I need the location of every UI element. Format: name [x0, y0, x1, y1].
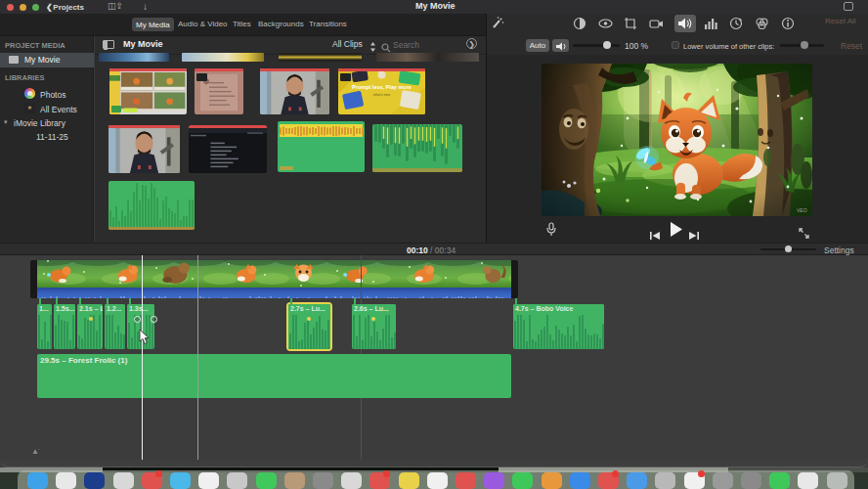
- svg-text:what's new: what's new: [373, 93, 391, 97]
- svg-text:VEO: VEO: [797, 207, 807, 213]
- svg-text:Prompt less, Play more: Prompt less, Play more: [352, 84, 412, 90]
